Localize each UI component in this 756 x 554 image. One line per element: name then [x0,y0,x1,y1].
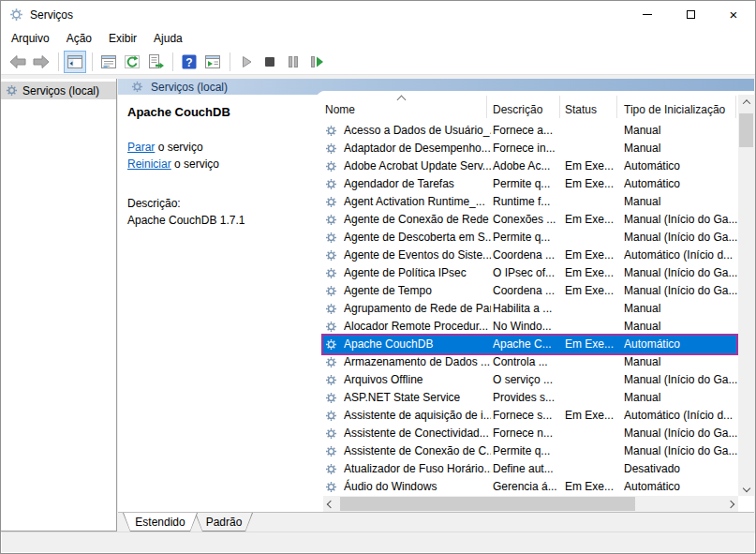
restart-service-button[interactable] [305,51,328,73]
cell-tipo: Manual [624,300,739,318]
forward-button[interactable] [30,51,52,73]
scroll-right-button[interactable] [723,496,738,512]
table-row[interactable]: Agente de Eventos do Siste... Coordena .… [323,247,736,264]
table-row[interactable]: Atualizador de Fuso Horário... Define au… [323,460,736,478]
table-row[interactable]: Assistente de aquisição de i... Fornece … [323,407,736,425]
column-divider[interactable] [486,96,487,118]
forward-arrow-icon [32,52,51,71]
cell-status: Em Exe... [565,407,621,425]
table-row[interactable]: Agendador de Tarefas Permite q... Em Exe… [323,175,736,193]
table-row[interactable]: Apache CouchDB Apache C... Em Exe... Aut… [323,336,736,353]
stop-service-line: Parar o serviço [127,139,310,156]
service-gear-icon [325,321,337,333]
table-row[interactable]: ASP.NET State Service Provides s... Manu… [323,389,736,407]
show-console-tree-button[interactable] [64,51,86,73]
service-gear-icon [325,160,337,172]
column-divider[interactable] [559,96,560,118]
properties-button[interactable] [97,51,120,73]
service-gear-icon [325,445,337,457]
service-gear-icon [325,142,337,155]
console-tree-icon [66,52,84,71]
cell-tipo: Automático (Início d... [624,247,739,264]
back-arrow-icon [8,52,27,71]
help-icon: ? [180,52,199,71]
scroll-up-button[interactable] [738,95,754,110]
maximize-button[interactable] [669,1,712,28]
minimize-button[interactable] [626,1,669,28]
table-row[interactable]: Armazenamento de Dados ... Controla ... … [323,353,736,371]
stop-service-suffix: o serviço [155,141,202,154]
scroll-down-button[interactable] [738,481,754,496]
menu-item-arquivo[interactable]: Arquivo [3,29,58,48]
menu-item-ação[interactable]: Ação [58,29,100,48]
table-row[interactable]: Agente de Descoberta em S... Permite q..… [323,229,736,247]
toolbar-separator [230,52,230,71]
service-description: Descrição: Apache CouchDB 1.7.1 [127,195,310,229]
column-divider[interactable] [616,96,617,118]
service-gear-icon [325,267,337,279]
table-row[interactable]: Assistente de Conexão de C... Permite q.… [323,442,736,460]
table-row[interactable]: Arquivos Offline O serviço ... Manual (I… [323,371,736,389]
show-extended-view-button[interactable] [201,51,224,73]
close-icon: × [730,7,738,22]
help-button[interactable]: ? [178,51,200,73]
scroll-left-button[interactable] [323,496,338,512]
stop-service-link[interactable]: Parar [127,141,155,154]
column-divider[interactable] [735,96,736,118]
column-header-nome[interactable]: Nome [325,103,355,116]
export-list-button[interactable] [144,51,167,73]
table-row[interactable]: Acesso a Dados de Usuário_... Fornece a.… [323,122,736,140]
table-row[interactable]: Assistente de Conectividad... Fornece n.… [323,425,736,442]
cell-status: Em Exe... [565,336,621,353]
vertical-scrollbar-thumb[interactable] [739,113,753,147]
table-row[interactable]: Adaptador de Desempenho... Fornece in...… [323,140,736,157]
horizontal-scrollbar-thumb[interactable] [340,497,635,511]
cell-descricao: Habilita a ... [493,300,562,318]
cell-nome: Agente de Tempo [344,282,491,300]
pause-service-button[interactable] [282,51,304,73]
back-button[interactable] [7,51,29,73]
menu-bar: ArquivoAçãoExibirAjuda [1,28,755,49]
cell-status: Em Exe... [565,211,621,229]
table-row[interactable]: Agrupamento de Rede de Par Habilita a ..… [323,300,736,318]
service-gear-icon [325,392,337,404]
cell-descricao: No Windo... [493,318,562,336]
start-service-button[interactable] [235,51,258,73]
tab-estendido[interactable]: Estendido [123,513,198,532]
vertical-scrollbar[interactable] [738,95,754,496]
extended-view-panel: Apache CouchDB Parar o serviço Reiniciar… [127,101,310,229]
table-row[interactable]: Agente de Conexão de Rede Conexões ... E… [323,211,736,229]
refresh-button[interactable] [121,51,143,73]
tab-padrao[interactable]: Padrão [195,513,253,532]
horizontal-scrollbar[interactable] [323,496,738,512]
table-row[interactable]: Agente de Política IPsec O IPsec of... E… [323,264,736,282]
table-row[interactable]: Agente de Tempo Coordena ... Em Exe... M… [323,282,736,300]
cell-descricao: O IPsec of... [493,264,562,282]
cell-descricao: Define aut... [493,460,562,478]
cell-status: Em Exe... [565,478,621,496]
service-gear-icon [325,214,337,226]
table-row[interactable]: Adobe Acrobat Update Serv... Adobe Ac...… [323,157,736,175]
cell-nome: Agendador de Tarefas [344,175,491,193]
cell-descricao: Permite q... [493,442,562,460]
tree-item-servicos-local[interactable]: Serviços (local) [1,82,116,99]
cell-nome: Agrupamento de Rede de Par [344,300,491,318]
service-gear-icon [325,178,337,190]
menu-item-exibir[interactable]: Exibir [100,29,145,48]
stop-service-button[interactable] [259,51,281,73]
column-header-descricao[interactable]: Descrição [493,103,542,116]
cell-tipo: Automático [624,175,739,193]
menu-item-ajuda[interactable]: Ajuda [145,29,191,48]
restart-service-link[interactable]: Reiniciar [127,157,171,171]
close-button[interactable]: × [712,1,755,28]
maximize-icon [687,10,695,19]
cell-nome: Armazenamento de Dados ... [344,353,491,371]
table-row[interactable]: Agent Activation Runtime_... Runtime f..… [323,193,736,211]
column-header-status[interactable]: Status [565,103,597,116]
table-row[interactable]: Áudio do Windows Gerencia á... Em Exe...… [323,478,736,496]
column-header-tipo-de-inicializacao[interactable]: Tipo de Inicialização [624,103,725,116]
table-row[interactable]: Alocador Remote Procedur... No Windo... … [323,318,736,336]
service-gear-icon [325,125,337,137]
cell-nome: Arquivos Offline [344,371,491,389]
service-gear-icon [325,356,337,368]
